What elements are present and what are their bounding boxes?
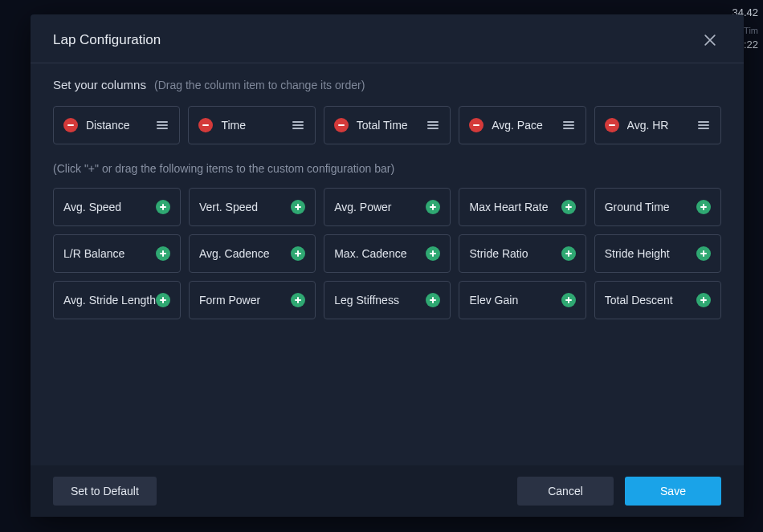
available-column-chip[interactable]: Avg. Stride Length (53, 281, 181, 319)
chip-label: Avg. Cadence (199, 247, 270, 260)
drag-handle-icon[interactable] (155, 118, 169, 132)
remove-icon[interactable] (63, 118, 78, 132)
add-icon[interactable] (696, 246, 711, 261)
close-button[interactable] (699, 29, 721, 51)
set-columns-hint: (Drag the column item to change its orde… (154, 79, 365, 91)
add-icon[interactable] (291, 246, 305, 261)
remove-icon[interactable] (334, 118, 349, 132)
chip-label: Distance (86, 119, 129, 132)
chip-label: Avg. HR (627, 119, 669, 132)
chip-label: Max. Cadence (334, 247, 406, 260)
drag-handle-icon[interactable] (561, 118, 576, 132)
chip-label: Stride Ratio (469, 247, 528, 260)
chip-label: Time (221, 119, 246, 132)
chip-label: Form Power (199, 294, 260, 307)
add-icon[interactable] (561, 246, 576, 261)
add-icon[interactable] (156, 246, 170, 261)
chip-label: L/R Balance (63, 247, 124, 260)
available-column-chip[interactable]: Avg. Cadence (189, 234, 316, 273)
chip-label: Vert. Speed (199, 201, 258, 213)
available-column-chip[interactable]: Avg. Power (324, 188, 451, 226)
available-column-chip[interactable]: L/R Balance (53, 234, 181, 273)
save-button-label: Save (660, 485, 686, 497)
chip-label: Avg. Pace (492, 119, 543, 132)
modal-title: Lap Configuration (53, 32, 161, 48)
available-hint: (Click "+" or drag the following items t… (53, 162, 721, 175)
available-columns-grid: Avg. SpeedVert. SpeedAvg. PowerMax Heart… (53, 188, 721, 319)
reset-button-label: Set to Default (71, 485, 139, 497)
available-column-chip[interactable]: Max Heart Rate (459, 188, 586, 226)
chip-label: Avg. Speed (63, 201, 121, 213)
selected-column-chip[interactable]: Avg. Pace (459, 106, 586, 144)
lap-configuration-modal: Lap Configuration Set your columns (Drag… (31, 14, 744, 517)
available-column-chip[interactable]: Max. Cadence (324, 234, 451, 273)
selected-columns-row: DistanceTimeTotal TimeAvg. PaceAvg. HR (53, 106, 721, 144)
reset-button[interactable]: Set to Default (53, 477, 157, 506)
set-columns-text: Set your columns (53, 78, 146, 91)
available-column-chip[interactable]: Form Power (189, 281, 316, 319)
add-icon[interactable] (561, 200, 576, 214)
add-icon[interactable] (156, 200, 170, 214)
modal-footer: Set to Default Cancel Save (31, 465, 744, 517)
chip-label: Leg Stiffness (334, 294, 399, 307)
remove-icon[interactable] (469, 118, 484, 132)
chip-label: Total Descent (605, 294, 673, 307)
chip-label: Total Time (357, 119, 408, 132)
chip-label: Max Heart Rate (469, 201, 548, 213)
chip-label: Avg. Stride Length (63, 294, 156, 307)
selected-column-chip[interactable]: Total Time (324, 106, 451, 144)
add-icon[interactable] (426, 200, 440, 214)
chip-label: Avg. Power (334, 201, 391, 213)
remove-icon[interactable] (198, 118, 213, 132)
chip-label: Elev Gain (469, 294, 518, 307)
selected-column-chip[interactable]: Time (188, 106, 315, 144)
add-icon[interactable] (696, 293, 711, 307)
set-columns-label: Set your columns (Drag the column item t… (53, 78, 721, 91)
add-icon[interactable] (426, 246, 440, 261)
remove-icon[interactable] (605, 118, 619, 132)
close-icon (702, 32, 718, 48)
add-icon[interactable] (561, 293, 576, 307)
add-icon[interactable] (156, 293, 170, 307)
add-icon[interactable] (426, 293, 440, 307)
drag-handle-icon[interactable] (696, 118, 711, 132)
available-column-chip[interactable]: Vert. Speed (189, 188, 316, 226)
chip-label: Ground Time (605, 201, 670, 213)
selected-column-chip[interactable]: Distance (53, 106, 180, 144)
available-column-chip[interactable]: Avg. Speed (53, 188, 181, 226)
save-button[interactable]: Save (625, 477, 721, 506)
cancel-button-label: Cancel (548, 485, 583, 497)
modal-body: Set your columns (Drag the column item t… (31, 63, 744, 465)
available-column-chip[interactable]: Elev Gain (459, 281, 586, 319)
available-column-chip[interactable]: Leg Stiffness (324, 281, 451, 319)
add-icon[interactable] (696, 200, 711, 214)
available-column-chip[interactable]: Stride Height (594, 234, 721, 273)
selected-column-chip[interactable]: Avg. HR (594, 106, 721, 144)
available-column-chip[interactable]: Ground Time (594, 188, 721, 226)
modal-header: Lap Configuration (31, 14, 744, 63)
available-column-chip[interactable]: Stride Ratio (459, 234, 586, 273)
available-column-chip[interactable]: Total Descent (594, 281, 721, 319)
drag-handle-icon[interactable] (291, 118, 305, 132)
drag-handle-icon[interactable] (426, 118, 440, 132)
chip-label: Stride Height (605, 247, 670, 260)
add-icon[interactable] (291, 293, 305, 307)
cancel-button[interactable]: Cancel (517, 477, 614, 506)
add-icon[interactable] (291, 200, 305, 214)
